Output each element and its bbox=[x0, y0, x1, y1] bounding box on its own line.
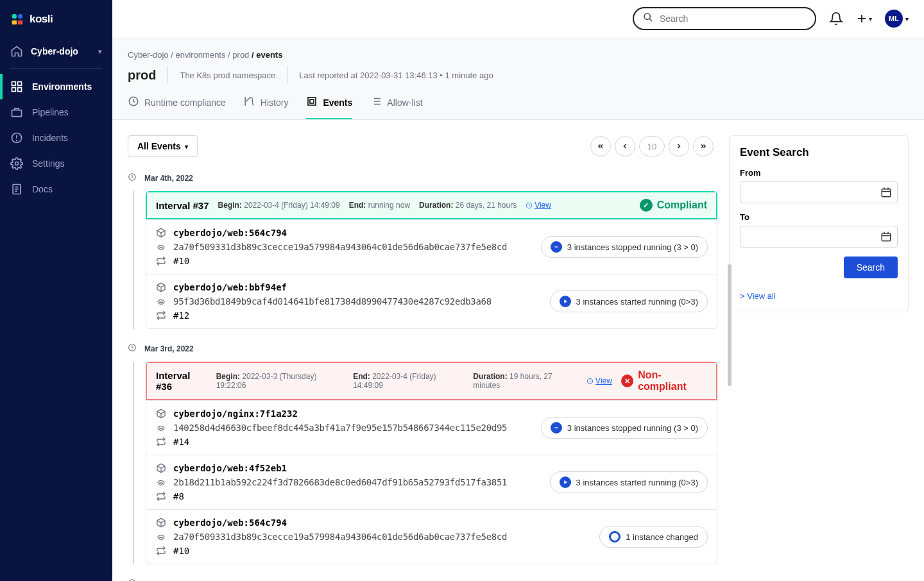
scrollbar-thumb[interactable] bbox=[728, 264, 732, 386]
nav-item-pipelines[interactable]: Pipelines bbox=[0, 99, 112, 125]
tab-allow-list[interactable]: Allow-list bbox=[370, 96, 422, 119]
event-row: cyberdojo/web:564c794 2a70f509331d3b89c3… bbox=[146, 219, 717, 274]
nav-label: Pipelines bbox=[32, 107, 69, 117]
artifact-name[interactable]: cyberdojo/web:564c794 bbox=[173, 228, 287, 238]
nav-label: Environments bbox=[32, 81, 92, 92]
svg-marker-37 bbox=[564, 480, 567, 484]
user-menu[interactable]: ML ▾ bbox=[885, 10, 909, 28]
search-icon bbox=[643, 12, 653, 25]
org-name: Cyber-dojo bbox=[31, 46, 90, 56]
breadcrumb-org[interactable]: Cyber-dojo bbox=[128, 50, 169, 60]
calendar-icon[interactable] bbox=[875, 182, 897, 203]
svg-point-0 bbox=[12, 14, 17, 19]
svg-line-18 bbox=[649, 19, 652, 21]
pager: 10 bbox=[590, 136, 717, 156]
package-icon bbox=[155, 518, 167, 528]
add-button[interactable]: ▾ bbox=[856, 13, 872, 24]
nav-item-settings[interactable]: Settings bbox=[0, 151, 112, 176]
fingerprint-icon bbox=[155, 477, 167, 487]
tab-icon bbox=[244, 96, 255, 109]
tab-events[interactable]: Events bbox=[306, 96, 352, 119]
nav-item-docs[interactable]: Docs bbox=[0, 176, 112, 202]
view-link[interactable]: View bbox=[526, 201, 551, 210]
breadcrumb-current: events bbox=[256, 50, 282, 60]
svg-rect-23 bbox=[310, 99, 314, 103]
package-icon bbox=[155, 463, 167, 473]
fingerprint: 2a70f509331d3b89c3cecce19a579984a943064c… bbox=[173, 532, 507, 542]
date-heading: Mar 1st, 2022 bbox=[128, 578, 717, 581]
date-label: Mar 3rd, 2022 bbox=[144, 344, 194, 353]
page-subtitle: The K8s prod namespace bbox=[180, 71, 275, 80]
to-input[interactable] bbox=[740, 226, 875, 247]
sequence-number: #10 bbox=[173, 546, 189, 556]
pager-first[interactable] bbox=[590, 136, 611, 156]
tab-runtime-compliance[interactable]: Runtime compliance bbox=[128, 96, 226, 119]
artifact-name[interactable]: cyberdojo/web:4f52eb1 bbox=[173, 463, 287, 473]
from-input[interactable] bbox=[740, 182, 875, 203]
action-text: 3 instances stopped running (3 > 0) bbox=[567, 423, 698, 433]
search-button[interactable]: Search bbox=[844, 257, 898, 278]
calendar-icon[interactable] bbox=[875, 226, 897, 247]
fingerprint: 2b18d211b1ab592c224f3d7826683de8c0ed6047… bbox=[173, 477, 507, 487]
search-input[interactable] bbox=[660, 13, 806, 24]
action-pill: 3 instances stopped running (3 > 0) bbox=[541, 236, 708, 258]
logo[interactable]: kosli bbox=[0, 0, 112, 38]
package-icon bbox=[155, 408, 167, 419]
filter-label: All Events bbox=[137, 141, 181, 151]
artifact-name[interactable]: cyberdojo/web:564c794 bbox=[173, 518, 287, 528]
org-selector[interactable]: Cyber-dojo ▾ bbox=[0, 38, 112, 64]
sequence-icon bbox=[155, 437, 167, 447]
main: ▾ ML ▾ Cyber-dojo / environments / prod … bbox=[112, 0, 924, 581]
nav-icon bbox=[10, 183, 23, 196]
date-heading: Mar 3rd, 2022 bbox=[128, 343, 717, 354]
tab-label: Runtime compliance bbox=[144, 97, 226, 108]
play-icon bbox=[560, 296, 571, 307]
nav-icon bbox=[10, 106, 23, 119]
event-row: cyberdojo/nginx:7f1a232 140258d4d46630cf… bbox=[146, 400, 717, 455]
pager-next[interactable] bbox=[669, 136, 689, 156]
pager-last[interactable] bbox=[693, 136, 714, 156]
from-label: From bbox=[740, 168, 898, 178]
play-icon bbox=[560, 476, 571, 488]
artifact-name[interactable]: cyberdojo/web:bbf94ef bbox=[173, 282, 287, 292]
fingerprint-icon bbox=[155, 242, 167, 252]
breadcrumb-section[interactable]: environments bbox=[175, 50, 225, 60]
package-icon bbox=[155, 228, 167, 238]
sidebar: kosli Cyber-dojo ▾ EnvironmentsPipelines… bbox=[0, 0, 112, 581]
action-pill: 3 instances started running (0>3) bbox=[550, 290, 708, 312]
event-filter[interactable]: All Events ▾ bbox=[128, 135, 198, 157]
svg-rect-22 bbox=[308, 97, 316, 105]
date-heading: Mar 4th, 2022 bbox=[128, 173, 717, 183]
svg-marker-33 bbox=[564, 299, 567, 303]
nav-item-environments[interactable]: Environments bbox=[0, 74, 112, 99]
avatar: ML bbox=[885, 10, 903, 28]
view-link[interactable]: View bbox=[586, 376, 612, 385]
tab-label: Events bbox=[323, 97, 352, 108]
breadcrumb-env[interactable]: prod bbox=[232, 50, 249, 60]
pager-prev[interactable] bbox=[615, 136, 635, 156]
view-all-link[interactable]: > View all bbox=[740, 291, 776, 301]
global-search[interactable] bbox=[633, 7, 816, 30]
interval-card: Interval #36 Begin: 2022-03-3 (Thursday)… bbox=[146, 362, 717, 400]
nav-item-incidents[interactable]: Incidents bbox=[0, 125, 112, 151]
clock-icon bbox=[128, 578, 137, 581]
page-meta: Last reported at 2022-03-31 13:46:13 • 1… bbox=[299, 71, 493, 80]
tab-history[interactable]: History bbox=[244, 96, 289, 119]
svg-rect-4 bbox=[12, 82, 16, 86]
tab-label: Allow-list bbox=[387, 97, 422, 108]
date-label: Mar 4th, 2022 bbox=[144, 174, 193, 183]
fingerprint-icon bbox=[155, 423, 167, 433]
svg-rect-6 bbox=[12, 88, 16, 92]
action-pill: 3 instances started running (0>3) bbox=[550, 471, 708, 493]
tab-label: History bbox=[261, 97, 289, 108]
action-pill: 3 instances stopped running (3 > 0) bbox=[541, 417, 708, 439]
interval-card: Interval #37 Begin: 2022-03-4 (Friday) 1… bbox=[146, 191, 717, 219]
svg-rect-7 bbox=[18, 88, 22, 92]
separator bbox=[167, 66, 168, 84]
artifact-name[interactable]: cyberdojo/nginx:7f1a232 bbox=[173, 408, 298, 419]
stop-icon bbox=[551, 241, 562, 253]
interval-id: Interval #36 bbox=[156, 370, 207, 392]
svg-rect-44 bbox=[882, 233, 891, 241]
svg-rect-3 bbox=[18, 21, 22, 24]
notifications-button[interactable] bbox=[829, 12, 843, 26]
